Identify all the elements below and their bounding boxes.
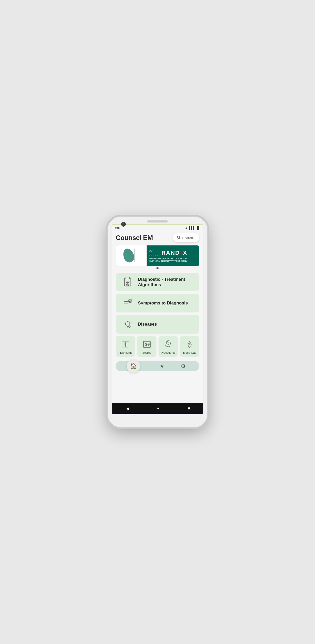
nav-favorites-button[interactable]: ★ xyxy=(160,363,164,369)
search-button[interactable]: Search... xyxy=(173,233,199,242)
symptoms-icon-container xyxy=(120,298,135,309)
banner-logo-left xyxy=(116,245,147,266)
grid-item-procedures[interactable]: Procedures xyxy=(159,336,178,357)
svg-point-20 xyxy=(129,326,130,327)
earpiece-speaker xyxy=(147,220,168,222)
svg-point-15 xyxy=(125,322,130,326)
search-label: Search... xyxy=(182,236,196,240)
volume-down-button xyxy=(107,271,107,283)
banner-pagination xyxy=(116,266,199,270)
wifi-icon: ▲ xyxy=(185,226,188,230)
blood-gas-icon xyxy=(185,340,194,349)
svg-point-0 xyxy=(177,236,180,238)
android-home-button[interactable]: ● xyxy=(157,406,160,411)
diseases-icon xyxy=(122,319,133,330)
menu-item-symptoms[interactable]: Symptoms to Diagnosis xyxy=(116,294,199,312)
grid-label-scores: Scores xyxy=(142,351,151,354)
banner-subtitle: OFFERING THE WORLD'S LARGEST CLINICAL CH… xyxy=(149,257,197,263)
front-camera xyxy=(121,222,126,227)
logo-leaf xyxy=(121,247,136,264)
svg-point-36 xyxy=(167,341,169,342)
phone-bottom xyxy=(108,414,207,427)
svg-point-14 xyxy=(128,299,132,303)
scores-icon xyxy=(142,340,152,349)
app-header: Counsel EM Search... xyxy=(112,231,203,244)
status-icons: ▲ ▌▌▌ ▐▌ xyxy=(185,226,200,230)
nav-settings-button[interactable]: ⚙ xyxy=(181,363,186,369)
banner-container: rxseries RANDX OFFERING THE WORLD'S LARG… xyxy=(112,244,203,273)
status-time: 4:05 xyxy=(115,226,120,229)
grid-label-flashcards: Flashcards xyxy=(119,351,132,354)
banner[interactable]: rxseries RANDX OFFERING THE WORLD'S LARG… xyxy=(116,245,199,266)
diagnostic-icon-container: ≡ xyxy=(120,277,135,287)
power-button xyxy=(208,268,208,284)
phone-top xyxy=(108,217,207,225)
symptoms-icon xyxy=(122,298,133,309)
app-title: Counsel EM xyxy=(116,234,153,242)
randox-label: RANDX xyxy=(161,250,187,256)
dot-indicator-1 xyxy=(156,267,159,269)
banner-logo xyxy=(122,248,140,263)
signal-icon: ▌▌▌ xyxy=(189,226,195,229)
svg-point-30 xyxy=(146,344,146,345)
status-bar: 4:05 ▲ ▌▌▌ ▐▌ xyxy=(112,225,203,231)
svg-text:≡: ≡ xyxy=(127,284,128,286)
diseases-icon-container xyxy=(120,319,135,330)
menu-label-diagnostic: Diagnostic - TreatmentAlgorithms xyxy=(138,277,185,288)
android-recent-button[interactable]: ■ xyxy=(187,406,190,411)
app-content: Counsel EM Search... xyxy=(112,231,203,403)
search-icon xyxy=(177,235,181,240)
menu-item-diseases[interactable]: Diseases xyxy=(116,315,199,334)
banner-content-right: rxseries RANDX OFFERING THE WORLD'S LARG… xyxy=(147,245,199,266)
android-back-button[interactable]: ◀ xyxy=(126,406,129,411)
diagnostic-icon: ≡ xyxy=(122,277,133,287)
flashcards-icon xyxy=(121,340,130,349)
menu-label-symptoms: Symptoms to Diagnosis xyxy=(138,300,188,306)
grid-item-scores[interactable]: Scores xyxy=(137,336,156,357)
grid-section: Flashcards Scores xyxy=(112,334,203,359)
banner-brand: rxseries RANDX xyxy=(149,249,197,257)
bottom-navigation: 🏠 ★ ⚙ xyxy=(116,361,199,371)
android-nav-bar: ◀ ● ■ xyxy=(112,403,203,414)
grid-label-blood-gas: Blood Gas xyxy=(183,351,196,354)
battery-icon: ▐▌ xyxy=(196,226,200,230)
svg-line-1 xyxy=(179,238,180,239)
grid-label-procedures: Procedures xyxy=(161,351,175,354)
grid-row: Flashcards Scores xyxy=(116,336,199,357)
phone-device: 4:05 ▲ ▌▌▌ ▐▌ Counsel EM xyxy=(107,216,208,428)
menu-item-diagnostic[interactable]: ≡ Diagnostic - TreatmentAlgorithms xyxy=(116,273,199,291)
nav-home-button[interactable]: 🏠 xyxy=(127,359,140,373)
grid-item-blood-gas[interactable]: Blood Gas xyxy=(180,336,199,357)
menu-label-diseases: Diseases xyxy=(138,321,157,327)
grid-item-flashcards[interactable]: Flashcards xyxy=(116,336,135,357)
main-menu: ≡ Diagnostic - TreatmentAlgorithms xyxy=(112,273,203,334)
logo-bar xyxy=(134,249,135,262)
procedures-icon xyxy=(164,340,173,349)
rx-series-label: rxseries xyxy=(149,249,158,257)
randox-dot xyxy=(180,252,183,255)
volume-up-button xyxy=(107,258,107,267)
home-icon: 🏠 xyxy=(130,363,137,369)
phone-screen: 4:05 ▲ ▌▌▌ ▐▌ Counsel EM xyxy=(112,225,203,414)
mute-button xyxy=(107,285,107,297)
